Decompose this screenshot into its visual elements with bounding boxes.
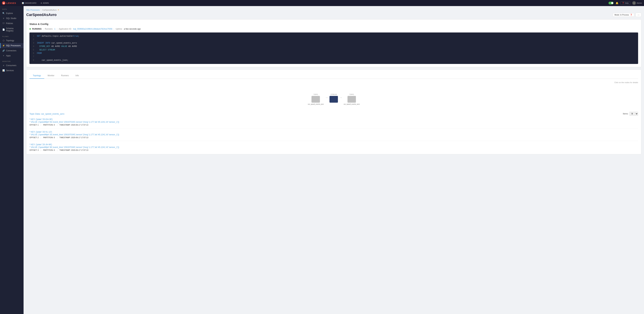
app-id-label: Application ID: bbox=[59, 28, 72, 30]
nav-links: 📊 DASHBOARD ⚙ ADMIN bbox=[20, 1, 50, 5]
mode-badge-help-icon: ❓ bbox=[630, 14, 632, 16]
tab-info[interactable]: Info bbox=[72, 73, 82, 79]
topology-node-stream[interactable]: STREAM bbox=[330, 94, 338, 105]
code-line-6: 6 FROM bbox=[32, 52, 636, 55]
topology-icon: ⬡ bbox=[2, 40, 5, 42]
topology-hint: Click on the nodes for details bbox=[30, 82, 638, 84]
items-select[interactable]: 9 25 50 bbox=[629, 112, 638, 116]
offset-3: 3 bbox=[38, 149, 38, 151]
value-label-2: * VALUE: bbox=[30, 134, 38, 136]
sidebar-item-explore-label: Explore bbox=[6, 12, 13, 14]
sidebar-item-connectors[interactable]: 🔗 Connectors bbox=[0, 48, 24, 53]
help-label: Help bbox=[625, 2, 629, 4]
data-entry-1-key: * KEY: {'plate':'20-GH-38'} bbox=[30, 118, 638, 120]
policies-icon: 🛡 bbox=[2, 22, 5, 24]
nav-dashboard[interactable]: 📊 DASHBOARD bbox=[20, 1, 38, 5]
services-icon: 📊 bbox=[2, 69, 5, 72]
sidebar-item-consumers-label: Consumers bbox=[6, 64, 16, 67]
status-sep-3: | bbox=[114, 28, 114, 30]
offset-2: 2 bbox=[38, 136, 38, 138]
offset-1: 1 bbox=[38, 124, 38, 126]
admin-label: Admin bbox=[637, 2, 642, 4]
sidebar-item-apps[interactable]: + Apps bbox=[0, 53, 24, 58]
sidebar-item-policies[interactable]: 🛡 Policies bbox=[0, 21, 24, 26]
topo-node-sink-label: car_speed_events_avro bbox=[344, 103, 360, 105]
data-entry-3-key: * KEY: {'plate':'20-JH-98'} bbox=[30, 143, 638, 146]
logo-area[interactable]: ◉ LENSES bbox=[2, 1, 16, 5]
top-nav: ◉ LENSES 📊 DASHBOARD ⚙ ADMIN 🔔 ❓ Help A … bbox=[0, 0, 644, 6]
code-line-1: 1 SET defaults.topic.autocreate=true; bbox=[32, 34, 636, 38]
sidebar: DATA 🔍 Explore ≡ SQL Studio 🛡 Policies 📄… bbox=[0, 6, 24, 314]
topo-box-stream bbox=[330, 96, 338, 103]
data-entry-3: * KEY: {'plate':'20-JH-98'} * VALUE: {'s… bbox=[30, 143, 638, 151]
sidebar-item-sql-studio-label: SQL Studio bbox=[6, 17, 16, 20]
code-line-7: 7 bbox=[32, 55, 636, 58]
status-bar: RUNNING | Runners: 1 | Application ID: l… bbox=[30, 28, 638, 30]
breadcrumb: SQL Processors › CarSpeedAsAvro ★ bbox=[26, 9, 641, 11]
sidebar-item-services[interactable]: 📊 Services bbox=[0, 68, 24, 73]
sidebar-item-apps-label: Apps bbox=[6, 54, 10, 57]
topology-diagram: TOPIC car_speed_events_json → STREAM → bbox=[30, 87, 638, 112]
runners-value[interactable]: 1 bbox=[54, 28, 56, 30]
tab-monitor[interactable]: Monitor bbox=[44, 73, 58, 79]
connectors-icon: 🔗 bbox=[2, 50, 5, 52]
sidebar-item-schema-registry-label: Schema Registry bbox=[6, 27, 21, 32]
help-button[interactable]: ❓ Help bbox=[620, 2, 630, 5]
toggle-switch[interactable] bbox=[608, 2, 614, 4]
status-text: RUNNING bbox=[32, 28, 42, 30]
app-id-value: lsql_559660a219964118bdacb7824ce7f356 bbox=[73, 28, 112, 30]
schema-registry-icon: 📄 bbox=[2, 28, 5, 31]
breadcrumb-star-icon[interactable]: ★ bbox=[58, 9, 59, 11]
admin-user-button[interactable]: A Admin bbox=[632, 1, 642, 5]
consumers-icon: ≡ bbox=[2, 64, 5, 67]
page-title-row: CarSpeedAsAvro Mode: In Process ❓ ··· bbox=[26, 12, 641, 17]
sidebar-item-sql-studio[interactable]: ≡ SQL Studio bbox=[0, 16, 24, 21]
timestamp-2: 2020-06-17 17:07:13 bbox=[71, 136, 88, 138]
topo-node-stream-type: STREAM bbox=[330, 94, 337, 95]
topo-node-sink-type: TOPIC bbox=[349, 94, 354, 95]
sidebar-section-monitor: MONITOR ≡ Consumers 📊 Services bbox=[0, 58, 24, 73]
data-entry-1-value: * VALUE: {'speedMph':50,'event_time':159… bbox=[30, 121, 638, 123]
topology-content: Click on the nodes for details TOPIC car… bbox=[30, 82, 638, 112]
sidebar-item-topology[interactable]: ⬡ Topology bbox=[0, 38, 24, 43]
sql-code-block: 1 SET defaults.topic.autocreate=true; 2 … bbox=[30, 32, 638, 64]
topic-data-section: Topic Data: car_speed_events_avro Items:… bbox=[30, 112, 638, 151]
value-value-1: {'speedMph':50,'event_time':1591970345,'… bbox=[38, 121, 119, 123]
top-nav-right: 🔔 ❓ Help A Admin bbox=[608, 1, 642, 5]
main-content: SQL Processors › CarSpeedAsAvro ★ CarSpe… bbox=[24, 6, 644, 314]
key-label-3: * KEY: bbox=[30, 143, 35, 146]
sidebar-item-explore[interactable]: 🔍 Explore bbox=[0, 11, 24, 16]
topology-node-sink[interactable]: TOPIC car_speed_events_avro bbox=[344, 94, 360, 105]
more-button[interactable]: ··· bbox=[636, 13, 641, 17]
topo-node-source-type: TOPIC bbox=[314, 94, 318, 95]
sidebar-item-consumers[interactable]: ≡ Consumers bbox=[0, 63, 24, 68]
topic-data-header: Topic Data: car_speed_events_avro Items:… bbox=[30, 112, 638, 116]
value-value-2: {'speedMph':30,'event_time':1591970345,'… bbox=[38, 134, 119, 136]
topology-node-source[interactable]: TOPIC car_speed_events_json bbox=[308, 94, 324, 105]
code-line-4: 4 STORE_KEY AS AVRO VALUE AS AVRO bbox=[32, 45, 636, 48]
nav-admin-label: ADMIN bbox=[43, 2, 49, 4]
key-label-1: * KEY: bbox=[30, 118, 35, 120]
data-entry-1-meta: OFFSET: 1 | PARTITION: 0 | TIMESTAMP: 20… bbox=[30, 124, 638, 126]
sidebar-item-topology-label: Topology bbox=[6, 40, 14, 42]
sidebar-section-monitor-label: MONITOR bbox=[0, 58, 24, 63]
dashboard-icon: 📊 bbox=[22, 2, 24, 4]
sidebar-item-schema-registry[interactable]: 📄 Schema Registry bbox=[0, 26, 24, 33]
notification-icon[interactable]: 🔔 bbox=[616, 2, 618, 4]
page-title: CarSpeedAsAvro bbox=[26, 12, 56, 17]
mode-badge: Mode: In Process ❓ bbox=[613, 13, 634, 17]
tab-topology[interactable]: Topology bbox=[30, 73, 44, 79]
sidebar-section-data: DATA 🔍 Explore ≡ SQL Studio 🛡 Policies 📄… bbox=[0, 6, 24, 33]
code-line-5: 5 SELECT STREAM bbox=[32, 48, 636, 52]
key-label-2: * KEY: bbox=[30, 131, 35, 133]
sidebar-item-sql-processors[interactable]: ⚡ SQL Processors bbox=[0, 43, 24, 48]
topic-data-topic-name[interactable]: car_speed_events_avro bbox=[41, 112, 64, 115]
breadcrumb-parent[interactable]: SQL Processors bbox=[26, 9, 40, 11]
logo-text: LENSES bbox=[6, 2, 16, 4]
logo-icon: ◉ bbox=[2, 1, 6, 5]
tab-runners[interactable]: Runners bbox=[58, 73, 72, 79]
data-entry-3-value: * VALUE: {'speedMph':90,'event_time':159… bbox=[30, 146, 638, 148]
value-value-3: {'speedMph':90,'event_time':1591970345,'… bbox=[38, 146, 119, 148]
breadcrumb-current: CarSpeedAsAvro bbox=[42, 9, 56, 11]
nav-admin[interactable]: ⚙ ADMIN bbox=[39, 1, 50, 5]
